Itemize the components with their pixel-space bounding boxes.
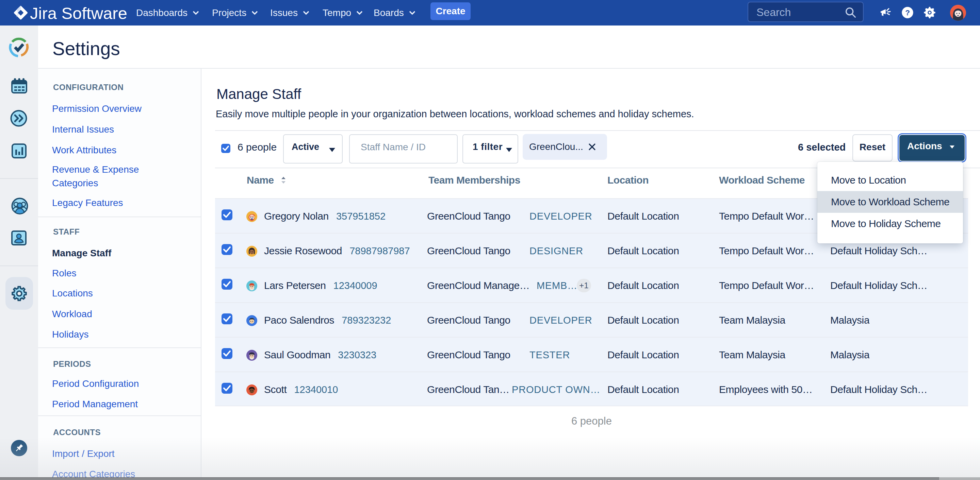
svg-text:?: ? <box>905 8 910 17</box>
